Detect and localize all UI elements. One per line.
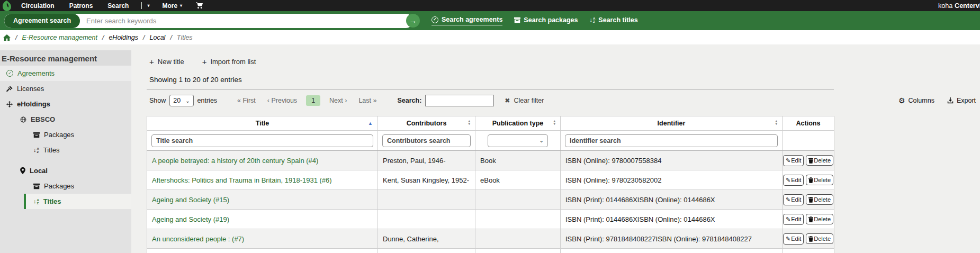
sidebar-item-local[interactable]: Local bbox=[0, 163, 131, 178]
breadcrumb-current-titles: Titles bbox=[177, 34, 193, 41]
table-header-row: Title▲ Contributors▴▾ Publication type▴▾… bbox=[147, 116, 834, 131]
link-search-agreements[interactable]: ✓ Search agreements bbox=[431, 16, 502, 25]
header-label: Title bbox=[256, 120, 269, 127]
link-label: Search titles bbox=[598, 16, 637, 24]
nav-more[interactable]: More▾ bbox=[155, 2, 190, 10]
arrows-icon bbox=[6, 101, 13, 107]
delete-button[interactable]: Delete bbox=[806, 214, 833, 224]
table-row: An unconsidered people : (#7) Dunne, Cat… bbox=[147, 229, 834, 249]
page-size-select[interactable]: 20 ⌄ bbox=[169, 95, 193, 106]
sidebar-item-ebsco-packages[interactable]: Packages bbox=[0, 127, 131, 142]
edit-button[interactable]: ✎Edit bbox=[783, 214, 804, 225]
divider bbox=[147, 89, 834, 89]
nav-search[interactable]: Search bbox=[100, 2, 136, 10]
edit-label: Edit bbox=[791, 157, 801, 164]
koha-logo-icon[interactable] bbox=[0, 0, 14, 11]
column-header-contributors[interactable]: Contributors▴▾ bbox=[378, 116, 475, 131]
new-title-button[interactable]: + New title bbox=[149, 57, 184, 66]
pagination-last[interactable]: Last » bbox=[358, 97, 376, 104]
sidebar-item-ebsco[interactable]: EBSCO bbox=[0, 112, 131, 127]
breadcrumb-separator: / bbox=[170, 34, 172, 41]
pagination-first[interactable]: « First bbox=[237, 97, 256, 104]
pagination-previous[interactable]: ‹ Previous bbox=[267, 97, 297, 104]
delete-label: Delete bbox=[814, 196, 831, 203]
breadcrumb: / E-Resource management / eHoldings / Lo… bbox=[0, 30, 980, 44]
sidebar-item-agreements[interactable]: ✓ Agreements bbox=[0, 66, 131, 81]
cart-icon[interactable] bbox=[190, 2, 209, 9]
sidebar: E-Resource management ✓ Agreements Licen… bbox=[0, 50, 131, 253]
page-size-value: 20 bbox=[173, 97, 181, 104]
title-link[interactable]: A people betrayed: a history of 20th cen… bbox=[152, 157, 318, 165]
globe-icon bbox=[20, 116, 26, 123]
sort-updown-icon: ▴▾ bbox=[553, 120, 555, 125]
edit-button[interactable]: ✎Edit bbox=[783, 175, 804, 186]
archive-box-icon bbox=[33, 132, 40, 138]
title-link[interactable]: Aftershocks: Politics and Trauma in Brit… bbox=[152, 176, 332, 184]
title-link[interactable]: Ageing and Society (#15) bbox=[152, 196, 229, 204]
import-from-list-button[interactable]: + Import from list bbox=[202, 57, 256, 66]
sidebar-item-local-packages[interactable]: Packages bbox=[0, 178, 131, 194]
link-search-titles[interactable]: ↓AZ Search titles bbox=[590, 16, 638, 25]
home-icon[interactable] bbox=[3, 34, 11, 41]
header-label: Publication type bbox=[492, 120, 544, 127]
breadcrumb-eholdings[interactable]: eHoldings bbox=[109, 34, 138, 41]
column-header-identifier[interactable]: Identifier▴▾ bbox=[561, 116, 783, 131]
link-label: Search packages bbox=[524, 16, 578, 24]
column-header-title[interactable]: Title▲ bbox=[147, 116, 378, 131]
submit-search-button[interactable]: → bbox=[406, 14, 420, 28]
breadcrumb-local[interactable]: Local bbox=[149, 34, 165, 41]
nav-more-label: More bbox=[162, 2, 177, 10]
entries-label: entries bbox=[197, 97, 218, 104]
delete-button[interactable]: Delete bbox=[806, 175, 833, 185]
nav-patrons[interactable]: Patrons bbox=[62, 2, 101, 10]
contributors-filter-input[interactable] bbox=[382, 134, 471, 147]
table-search-label: Search: bbox=[397, 97, 421, 104]
delete-button[interactable]: Delete bbox=[806, 155, 833, 166]
pencil-icon: ✎ bbox=[786, 236, 790, 242]
keyword-search-input[interactable] bbox=[80, 17, 413, 25]
sidebar-item-label: Local bbox=[30, 167, 48, 175]
arrow-right-icon: → bbox=[409, 16, 417, 25]
title-filter-input[interactable] bbox=[151, 134, 373, 147]
export-button[interactable]: Export bbox=[947, 97, 976, 104]
clear-filter-button[interactable]: ✖ Clear filter bbox=[505, 97, 544, 104]
contributors-cell bbox=[378, 190, 475, 210]
publication-type-cell: eBook bbox=[475, 170, 561, 190]
header-label: Contributors bbox=[407, 120, 447, 127]
table-search-input[interactable] bbox=[425, 95, 494, 106]
publication-type-cell bbox=[475, 190, 561, 210]
sidebar-item-label: Titles bbox=[43, 197, 61, 205]
sidebar-item-ebsco-titles[interactable]: ↓AZ Titles bbox=[0, 142, 131, 158]
delete-button[interactable]: Delete bbox=[806, 233, 833, 244]
pencil-icon: ✎ bbox=[786, 216, 790, 223]
nav-circulation[interactable]: Circulation bbox=[14, 2, 62, 10]
contributors-cell: Dunne, Catherine, bbox=[378, 229, 475, 249]
delete-button[interactable]: Delete bbox=[806, 194, 833, 205]
sidebar-item-local-titles[interactable]: ↓AZ Titles bbox=[24, 194, 131, 209]
edit-button[interactable]: ✎Edit bbox=[783, 233, 804, 245]
brand-library-name: Centerville bbox=[955, 2, 980, 10]
identifier-filter-input[interactable] bbox=[565, 134, 778, 147]
sidebar-item-licenses[interactable]: Licenses bbox=[0, 81, 131, 96]
title-link[interactable]: An unconsidered people : (#7) bbox=[152, 235, 244, 243]
columns-button[interactable]: ⚙ Columns bbox=[898, 96, 934, 105]
publication-type-select[interactable]: ⌄ bbox=[488, 134, 548, 147]
edit-button[interactable]: ✎Edit bbox=[783, 155, 804, 166]
pagination-next[interactable]: Next › bbox=[329, 97, 347, 104]
sidebar-item-label: Packages bbox=[44, 131, 74, 139]
link-search-packages[interactable]: Search packages bbox=[514, 16, 578, 25]
sidebar-item-eholdings[interactable]: eHoldings bbox=[0, 96, 131, 112]
breadcrumb-eresource-management[interactable]: E-Resource management bbox=[22, 34, 97, 41]
trash-icon bbox=[808, 197, 813, 203]
header-label: Actions bbox=[796, 120, 821, 127]
brand-prefix: koha bbox=[938, 2, 952, 10]
agreement-search-scope-button[interactable]: Agreement search bbox=[4, 14, 80, 28]
circle-check-icon: ✓ bbox=[431, 16, 438, 23]
search-dropdown-caret-icon[interactable]: ▾ bbox=[142, 3, 155, 8]
pagination-current-page[interactable]: 1 bbox=[306, 95, 320, 106]
table-row bbox=[147, 249, 834, 253]
column-header-publication-type[interactable]: Publication type▴▾ bbox=[475, 116, 561, 131]
edit-button[interactable]: ✎Edit bbox=[783, 194, 804, 205]
title-link[interactable]: Ageing and Society (#19) bbox=[152, 215, 229, 223]
sidebar-title: E-Resource management bbox=[0, 50, 131, 66]
